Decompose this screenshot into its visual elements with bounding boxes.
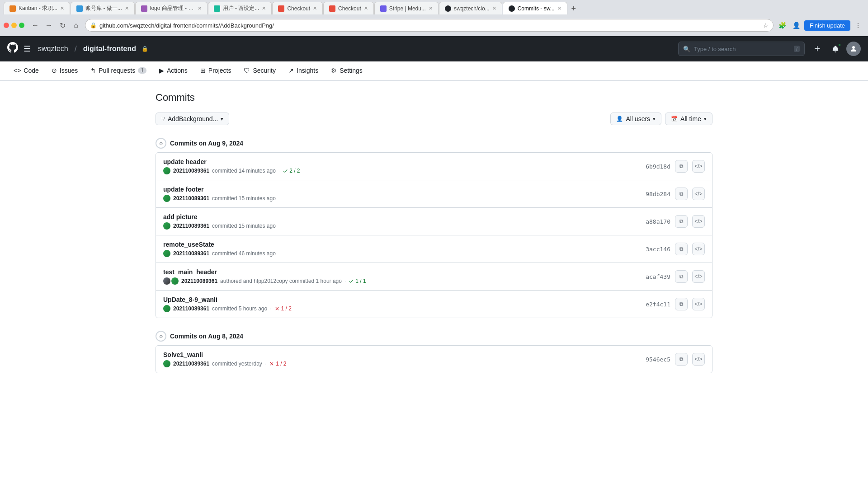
- tab-close-icon[interactable]: ✕: [492, 5, 496, 11]
- tab-close-icon[interactable]: ✕: [557, 5, 561, 11]
- bookmark-icon[interactable]: ☆: [763, 22, 769, 29]
- fullscreen-window-dot[interactable]: [19, 23, 24, 28]
- new-tab-button[interactable]: +: [568, 3, 580, 14]
- commit-message-add-picture[interactable]: add picture: [163, 213, 197, 221]
- address-bar[interactable]: 🔒 github.com/swqztech/digital-frontend/c…: [85, 19, 774, 32]
- commit-check-badge[interactable]: 2 / 2: [283, 168, 300, 174]
- tab-users[interactable]: 用户 - 西设定... ✕: [208, 2, 272, 14]
- browse-repo-button[interactable]: </>: [692, 298, 705, 310]
- browse-repo-button[interactable]: </>: [692, 243, 705, 255]
- copy-hash-button[interactable]: ⧉: [675, 270, 688, 283]
- commit-hash-test-main-header[interactable]: acaf439: [646, 273, 670, 280]
- nav-item-issues[interactable]: ⊙ Issues: [45, 61, 84, 80]
- commit-info: remote_useState 202110089361 committed 4…: [163, 241, 646, 257]
- nav-item-projects[interactable]: ⊞ Projects: [194, 61, 238, 80]
- commit-hash-update-8-9-wanli[interactable]: e2f4c11: [646, 301, 670, 308]
- commit-time: authored and hfpp2012copy committed 1 ho…: [220, 278, 342, 284]
- extensions-button[interactable]: 🧩: [776, 19, 789, 32]
- user-avatar[interactable]: [846, 42, 861, 56]
- commit-group-icon-aug9: ⊙: [156, 138, 166, 149]
- github-search-box[interactable]: 🔍 Type / to search /: [678, 42, 805, 56]
- home-button[interactable]: ⌂: [70, 19, 82, 32]
- commit-info: update footer 202110089361 committed 15 …: [163, 186, 646, 202]
- nav-item-actions[interactable]: ▶ Actions: [153, 61, 194, 80]
- profile-button[interactable]: 👤: [790, 19, 803, 32]
- finish-update-button[interactable]: Finish update: [804, 20, 850, 31]
- copy-hash-button[interactable]: ⧉: [675, 353, 688, 366]
- tab-commits-active[interactable]: Commits - sw... ✕: [503, 2, 567, 14]
- browse-repo-button[interactable]: </>: [692, 160, 705, 173]
- nav-item-security[interactable]: 🛡 Security: [237, 61, 282, 80]
- tab-close-icon[interactable]: ✕: [262, 5, 266, 11]
- tab-accounts[interactable]: 账号库 - 做一... ✕: [71, 2, 135, 14]
- tab-label: Checkout: [338, 5, 361, 12]
- copy-hash-button[interactable]: ⧉: [675, 298, 688, 310]
- commit-fail-badge[interactable]: 1 / 2: [274, 305, 292, 312]
- repo-name[interactable]: digital-frontend: [83, 45, 136, 53]
- tab-close-icon[interactable]: ✕: [125, 5, 129, 11]
- commit-hash-solve1-wanli[interactable]: 9546ec5: [646, 356, 670, 363]
- commit-check-badge[interactable]: 1 / 1: [349, 278, 366, 284]
- commit-hash-add-picture[interactable]: a88a170: [646, 218, 670, 225]
- main-scroll-area[interactable]: Commits ⑂ AddBackground... ▾ 👤 All users…: [0, 81, 868, 486]
- nav-item-code[interactable]: <> Code: [7, 61, 45, 80]
- commit-hash-update-footer[interactable]: 98db284: [646, 191, 670, 197]
- minimize-window-dot[interactable]: [11, 23, 17, 28]
- commit-message-solve1-wanli[interactable]: Solve1_wanli: [163, 351, 203, 358]
- github-logo[interactable]: [7, 42, 18, 56]
- menu-hamburger-icon[interactable]: ☰: [24, 44, 31, 54]
- commit-message-test-main-header[interactable]: test_main_header: [163, 268, 217, 276]
- tab-checkout1[interactable]: Checkout ✕: [272, 2, 323, 14]
- commit-hash-remote-usestate[interactable]: 3acc146: [646, 246, 670, 253]
- all-time-filter[interactable]: 📅 All time ▾: [665, 113, 712, 125]
- browse-repo-button[interactable]: </>: [692, 270, 705, 283]
- nav-item-insights[interactable]: ↗ Insights: [282, 61, 325, 80]
- search-placeholder-text: Type / to search: [694, 46, 790, 52]
- repo-owner[interactable]: swqztech: [38, 45, 68, 53]
- tab-stripe[interactable]: Stripe | Medu... ✕: [374, 2, 439, 14]
- all-users-filter[interactable]: 👤 All users ▾: [610, 113, 661, 125]
- commit-hash-update-header[interactable]: 6b9d18d: [646, 163, 670, 170]
- copy-hash-button[interactable]: ⧉: [675, 243, 688, 255]
- tab-kanban[interactable]: Kanban - 求职... ✕: [4, 2, 70, 14]
- header-icon-buttons: [810, 42, 861, 56]
- commit-avatar: [163, 195, 170, 202]
- copy-hash-button[interactable]: ⧉: [675, 215, 688, 228]
- tab-checkout2[interactable]: Checkout ✕: [323, 2, 374, 14]
- tab-logo[interactable]: logo 商品管理 - an... ✕: [135, 2, 208, 14]
- nav-item-settings[interactable]: ⚙ Settings: [325, 61, 369, 80]
- branch-selector[interactable]: ⑂ AddBackground... ▾: [156, 113, 229, 125]
- commit-fail-badge[interactable]: 1 / 2: [269, 361, 286, 367]
- commit-message-remote-usestate[interactable]: remote_useState: [163, 241, 214, 248]
- commit-message-update-footer[interactable]: update footer: [163, 186, 203, 193]
- plus-icon-button[interactable]: [810, 42, 825, 56]
- nav-item-pull-requests[interactable]: ↰ Pull requests 1: [84, 61, 153, 80]
- browse-repo-button[interactable]: </>: [692, 353, 705, 366]
- back-button[interactable]: ←: [29, 19, 42, 32]
- commit-item: add picture 202110089361 committed 15 mi…: [156, 208, 712, 235]
- tab-close-icon[interactable]: ✕: [313, 5, 317, 11]
- tab-close-icon[interactable]: ✕: [198, 5, 202, 11]
- commit-avatar-committer: [171, 277, 179, 285]
- tab-close-icon[interactable]: ✕: [429, 5, 433, 11]
- menu-button[interactable]: ⋮: [852, 19, 864, 32]
- close-window-dot[interactable]: [4, 23, 9, 28]
- tab-swqztech-clo[interactable]: swqztech/clo... ✕: [439, 2, 502, 14]
- commit-time: committed 15 minutes ago: [212, 223, 276, 229]
- user-filter-icon: 👤: [616, 116, 623, 122]
- copy-hash-button[interactable]: ⧉: [675, 188, 688, 200]
- copy-hash-button[interactable]: ⧉: [675, 160, 688, 173]
- branch-chevron-icon: ▾: [221, 116, 223, 122]
- browse-repo-button[interactable]: </>: [692, 215, 705, 228]
- tab-close-icon[interactable]: ✕: [364, 5, 368, 11]
- browse-repo-button[interactable]: </>: [692, 188, 705, 200]
- forward-button[interactable]: →: [42, 19, 55, 32]
- commit-time: committed yesterday: [212, 361, 262, 367]
- tab-close-icon[interactable]: ✕: [60, 5, 64, 11]
- tab-label: 账号库 - 做一...: [85, 5, 122, 12]
- reload-button[interactable]: ↻: [56, 19, 69, 32]
- commit-info: Solve1_wanli 202110089361 committed yest…: [163, 351, 646, 367]
- commit-message-update-8-9-wanli[interactable]: UpDate_8-9_wanli: [163, 296, 217, 303]
- commit-message-update-header[interactable]: update header: [163, 158, 207, 165]
- bell-icon-button[interactable]: [828, 42, 843, 56]
